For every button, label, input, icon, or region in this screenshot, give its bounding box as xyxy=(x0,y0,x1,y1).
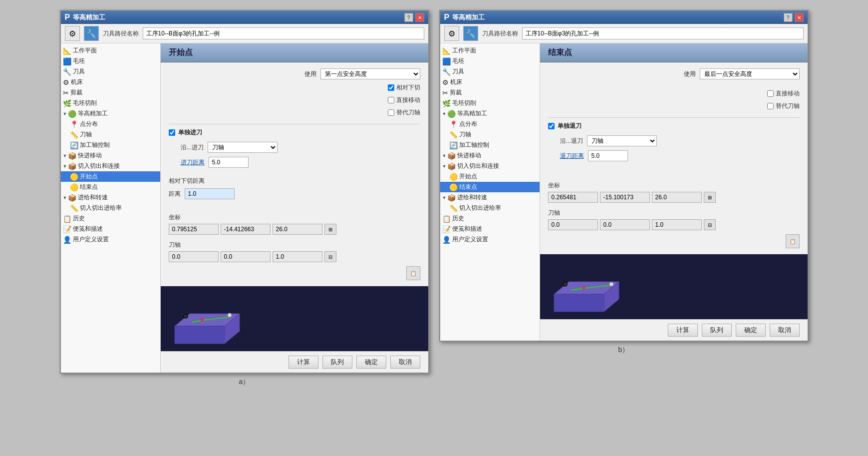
single-entry-check-a[interactable] xyxy=(169,129,175,136)
calc-btn-b[interactable]: 计算 xyxy=(668,324,698,337)
tree-item-pointdist-b[interactable]: 📍 点分布 xyxy=(440,119,540,129)
tree-item-quickmove-b[interactable]: ▼ 📦 快进移动 xyxy=(440,150,540,161)
toolaxis-z-b[interactable] xyxy=(652,219,702,230)
path-input-a[interactable] xyxy=(143,27,424,39)
queue-btn-a[interactable]: 队列 xyxy=(322,356,352,369)
toolaxis-pick-b[interactable]: ⊟ xyxy=(704,219,716,230)
tree-item-trim-b[interactable]: ✂ 剪裁 xyxy=(440,87,540,98)
toolaxis-y-b[interactable] xyxy=(600,219,650,230)
coord-z-b[interactable] xyxy=(652,192,702,203)
tree-item-zhijia-a[interactable]: ▼ 🟢 等高精加工 xyxy=(61,108,160,119)
toolaxis-y-a[interactable] xyxy=(221,251,271,262)
tree-item-entryfeed-b[interactable]: 📏 切入切出进给率 xyxy=(440,203,540,213)
relcut-check-a[interactable] xyxy=(388,84,394,91)
tree-item-pointdist-a[interactable]: 📍 点分布 xyxy=(61,119,160,129)
toolbar-icon1-b[interactable]: ⚙ xyxy=(444,26,459,41)
tree-item-tool-b[interactable]: 🔧 刀具 xyxy=(440,66,540,77)
use-select-a[interactable]: 第一点安全高度 最后一点安全高度 xyxy=(320,68,420,79)
toolaxis-pick-a[interactable]: ⊟ xyxy=(324,251,336,262)
use-select-b[interactable]: 第一点安全高度 最后一点安全高度 xyxy=(700,68,800,79)
tree-item-notes-b[interactable]: 📝 便笺和描述 xyxy=(440,224,540,234)
tree-item-endpt-b[interactable]: 🟡 结束点 xyxy=(440,182,540,192)
tree-item-startpt-a[interactable]: 🟡 开始点 xyxy=(61,171,160,182)
toolbar-icon2-a[interactable]: 🔧 xyxy=(84,26,99,41)
replacetool-check-b[interactable] xyxy=(767,103,774,109)
feedrate-label-b: 进给和转速 xyxy=(457,193,487,202)
entry-dist-input-a[interactable] xyxy=(209,157,249,168)
cancel-btn-a[interactable]: 取消 xyxy=(390,356,420,369)
tree-item-entryexit-a[interactable]: ▼ 📦 切入切出和连接 xyxy=(61,161,160,171)
expand-feedrate-a: ▼ xyxy=(63,195,67,200)
toolbar-icon2-b[interactable]: 🔧 xyxy=(463,26,478,41)
tree-item-blank-b[interactable]: 🟦 毛坯 xyxy=(440,56,540,66)
notes-label-b: 便笺和描述 xyxy=(452,225,482,233)
tree-item-trim-a[interactable]: ✂ 剪裁 xyxy=(61,87,160,98)
tree-item-quickmove-a[interactable]: ▼ 📦 快进移动 xyxy=(61,150,160,161)
tree-item-entryfeed-a[interactable]: 📏 切入切出进给率 xyxy=(61,203,160,213)
tree-item-history-a[interactable]: 📋 历史 xyxy=(61,213,160,224)
tree-item-userdef-a[interactable]: 👤 用户定义设置 xyxy=(61,234,160,245)
entryexit-icon-a: 📦 xyxy=(68,162,76,170)
path-input-b[interactable] xyxy=(522,27,804,39)
toolaxis-z-a[interactable] xyxy=(273,251,322,262)
entry-dist-link-a[interactable]: 进刀距离 xyxy=(181,158,205,167)
coord-y-b[interactable] xyxy=(600,192,650,203)
exit-dist-link-b[interactable]: 退刀距离 xyxy=(560,152,584,160)
coord-pick-a[interactable]: ⊞ xyxy=(324,224,336,235)
tree-item-feedrate-b[interactable]: ▼ 📦 进给和转速 xyxy=(440,192,540,203)
tree-item-userdef-b[interactable]: 👤 用户定义设置 xyxy=(440,234,540,245)
tree-item-blankcut-a[interactable]: 🌿 毛坯切削 xyxy=(61,98,160,108)
single-exit-label-b: 单独退刀 xyxy=(558,122,581,130)
coord-x-a[interactable] xyxy=(169,224,219,235)
tree-item-axisctrl-b[interactable]: 🔄 加工轴控制 xyxy=(440,140,540,150)
tree-item-zhijia-b[interactable]: ▼ 🟢 等高精加工 xyxy=(440,108,540,119)
toolaxis-x-a[interactable] xyxy=(169,251,219,262)
tree-item-blankcut-b[interactable]: 🌿 毛坯切削 xyxy=(440,98,540,108)
close-button-a[interactable]: ✕ xyxy=(415,13,424,22)
calc-btn-a[interactable]: 计算 xyxy=(289,356,318,369)
tree-item-startpt-b[interactable]: 🟡 开始点 xyxy=(440,171,540,182)
coord-x-b[interactable] xyxy=(548,192,598,203)
coord-z-a[interactable] xyxy=(273,224,322,235)
help-button-b[interactable]: ? xyxy=(784,13,793,22)
trim-label-a: 剪裁 xyxy=(70,88,82,97)
tree-item-machine-b[interactable]: ⚙ 机床 xyxy=(440,77,540,87)
tree-item-notes-a[interactable]: 📝 便笺和描述 xyxy=(61,224,160,234)
ok-btn-a[interactable]: 确定 xyxy=(356,356,386,369)
tree-item-history-b[interactable]: 📋 历史 xyxy=(440,213,540,224)
app-icon-a: P xyxy=(65,13,70,22)
tree-item-tool-a[interactable]: 🔧 刀具 xyxy=(61,66,160,77)
tree-item-entryexit-b[interactable]: ▼ 📦 切入切出和连接 xyxy=(440,161,540,171)
along-select-b[interactable]: 刀轴 xyxy=(587,135,657,146)
copy-btn-a[interactable]: 📋 xyxy=(406,266,420,280)
cancel-btn-b[interactable]: 取消 xyxy=(770,324,800,337)
directmove-check-b[interactable] xyxy=(767,90,774,97)
single-exit-check-b[interactable] xyxy=(548,123,555,129)
tree-item-feedrate-a[interactable]: ▼ 📦 进给和转速 xyxy=(61,192,160,203)
tree-item-axisctrl-a[interactable]: 🔄 加工轴控制 xyxy=(61,140,160,150)
along-select-a[interactable]: 刀轴 xyxy=(208,142,278,153)
help-button-a[interactable]: ? xyxy=(404,13,413,22)
userdef-icon-a: 👤 xyxy=(63,236,71,244)
queue-btn-b[interactable]: 队列 xyxy=(702,324,732,337)
close-button-b[interactable]: ✕ xyxy=(795,13,804,22)
tree-item-workplane-b[interactable]: 📐 工作平面 xyxy=(440,45,540,56)
coord-pick-b[interactable]: ⊞ xyxy=(704,192,716,203)
tree-item-toolaxis-b[interactable]: 📏 刀轴 xyxy=(440,129,540,140)
exit-dist-input-b[interactable] xyxy=(588,150,628,161)
rel-label-a: 相对下切距离 xyxy=(169,177,420,185)
tree-item-endpt-a[interactable]: 🟡 结束点 xyxy=(61,182,160,192)
toolaxis-x-b[interactable] xyxy=(548,219,598,230)
directmove-check-a[interactable] xyxy=(388,97,394,103)
replacetool-check-a[interactable] xyxy=(388,109,394,116)
tree-item-machine-a[interactable]: ⚙ 机床 xyxy=(61,77,160,87)
coord-y-a[interactable] xyxy=(221,224,271,235)
sidebar-b: 📐 工作平面 🟦 毛坯 🔧 刀具 ⚙ 机床 ✂ 剪裁 🌿 毛坯切削 xyxy=(440,43,540,341)
copy-btn-b[interactable]: 📋 xyxy=(786,234,800,248)
ok-btn-b[interactable]: 确定 xyxy=(736,324,766,337)
tree-item-workplane-a[interactable]: 📐 工作平面 xyxy=(61,45,160,56)
tree-item-toolaxis-a[interactable]: 📏 刀轴 xyxy=(61,129,160,140)
toolbar-icon1-a[interactable]: ⚙ xyxy=(65,26,80,41)
tree-item-blank-a[interactable]: 🟦 毛坯 xyxy=(61,56,160,66)
dist-input-a[interactable] xyxy=(185,188,235,199)
